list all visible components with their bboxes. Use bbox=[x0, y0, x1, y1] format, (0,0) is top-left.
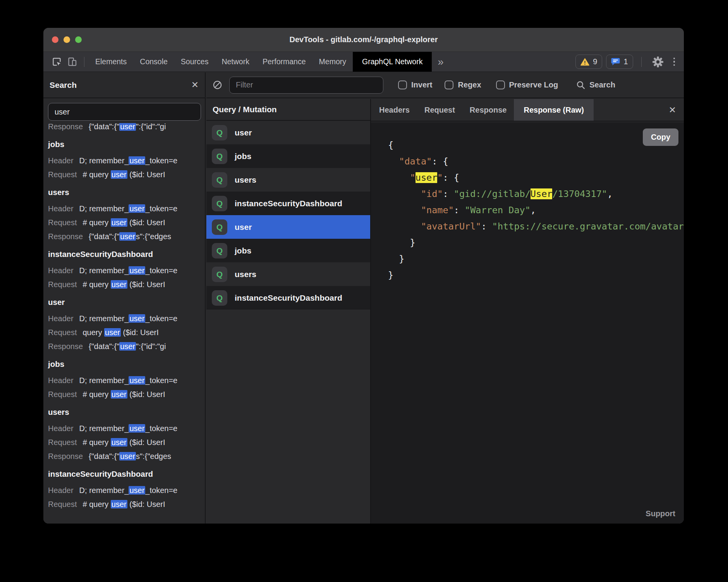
response-raw-view: Copy { "data": { "user": { "id": "gid://… bbox=[371, 122, 684, 524]
search-match-highlight-yellow: User bbox=[531, 188, 553, 199]
search-result-group-title: jobs bbox=[48, 357, 205, 371]
search-result-line[interactable]: Request# query user ($id: UserI bbox=[48, 497, 205, 511]
tab-memory[interactable]: Memory bbox=[312, 52, 353, 72]
search-match-highlight: user bbox=[129, 314, 145, 323]
query-type-badge: Q bbox=[212, 125, 227, 140]
search-result-line[interactable]: HeaderD; remember_user_token=e bbox=[48, 373, 205, 387]
search-match-highlight: user bbox=[129, 156, 145, 165]
search-result-line[interactable]: Response{"data":{"user":{"id":"gi bbox=[48, 339, 205, 353]
detail-panel-close-icon[interactable]: ✕ bbox=[669, 99, 684, 121]
tab-graphql-network[interactable]: GraphQL Network bbox=[353, 52, 432, 72]
search-result-text: ($id: UserI bbox=[127, 280, 165, 289]
support-link[interactable]: Support bbox=[646, 509, 675, 518]
search-result-text: _token=e bbox=[145, 424, 177, 433]
search-result-field-label: Request bbox=[48, 328, 77, 337]
minimize-window-button[interactable] bbox=[64, 36, 70, 43]
tab-response-raw[interactable]: Response (Raw) bbox=[514, 99, 594, 121]
invert-label: Invert bbox=[411, 80, 432, 89]
tab-sources[interactable]: Sources bbox=[174, 52, 215, 72]
message-bubble-icon bbox=[611, 58, 620, 66]
fullscreen-window-button[interactable] bbox=[75, 36, 82, 43]
query-list-item[interactable]: Quser bbox=[206, 121, 370, 144]
search-result-line[interactable]: Request# query user ($id: UserI bbox=[48, 216, 205, 229]
json-line: "user": { bbox=[388, 169, 684, 186]
toolbar-separator bbox=[84, 57, 84, 67]
search-result-text: # query bbox=[83, 170, 111, 179]
query-list-item[interactable]: QinstanceSecurityDashboard bbox=[206, 286, 370, 310]
search-result-line[interactable]: Request# query user ($id: UserI bbox=[48, 168, 205, 181]
clear-log-icon[interactable] bbox=[212, 80, 223, 90]
tab-request[interactable]: Request bbox=[417, 99, 462, 121]
search-result-text: _token=e bbox=[145, 486, 177, 495]
query-list-item[interactable]: QinstanceSecurityDashboard bbox=[206, 192, 370, 215]
warnings-badge[interactable]: 9 bbox=[575, 55, 602, 69]
query-list-item[interactable]: Qusers bbox=[206, 262, 370, 286]
query-name: users bbox=[235, 175, 256, 185]
preserve-log-checkbox[interactable] bbox=[496, 80, 505, 89]
query-list-item[interactable]: Quser bbox=[206, 215, 370, 239]
search-result-group-title: users bbox=[48, 185, 205, 199]
search-result-line[interactable]: HeaderD; remember_user_token=e bbox=[48, 421, 205, 435]
close-window-button[interactable] bbox=[52, 36, 58, 43]
search-result-line[interactable]: Request# query user ($id: UserI bbox=[48, 277, 205, 291]
json-token: /13704317" bbox=[552, 188, 607, 199]
search-result-field-label: Header bbox=[48, 266, 74, 275]
query-type-badge: Q bbox=[212, 267, 227, 282]
filter-input[interactable] bbox=[229, 77, 383, 94]
query-list-item[interactable]: Qjobs bbox=[206, 239, 370, 262]
search-result-line[interactable]: Response{"data":{"users":{"edges bbox=[48, 229, 205, 243]
query-type-badge: Q bbox=[212, 243, 227, 258]
tab-performance[interactable]: Performance bbox=[256, 52, 312, 72]
search-match-highlight: user bbox=[129, 376, 145, 385]
search-match-highlight: user bbox=[129, 486, 145, 495]
search-match-highlight: user bbox=[119, 123, 136, 131]
search-result-line[interactable]: HeaderD; remember_user_token=e bbox=[48, 312, 205, 325]
kebab-menu-icon[interactable] bbox=[670, 58, 679, 66]
search-result-text: D; remember_ bbox=[79, 424, 129, 433]
json-line: "avatarUrl": "https://secure.gravatar.co… bbox=[388, 218, 684, 235]
tab-console[interactable]: Console bbox=[133, 52, 174, 72]
search-result-field-label: Request bbox=[48, 438, 77, 447]
search-result-line[interactable]: Requestquery user ($id: UserI bbox=[48, 325, 205, 339]
regex-checkbox[interactable] bbox=[445, 80, 453, 89]
search-panel-title: Search bbox=[50, 80, 77, 90]
search-result-text: query bbox=[83, 328, 105, 337]
query-list: QuserQjobsQusersQinstanceSecurityDashboa… bbox=[206, 121, 370, 310]
query-list-item[interactable]: Qusers bbox=[206, 168, 370, 192]
search-result-group-title: user bbox=[48, 295, 205, 309]
search-result-line[interactable]: HeaderD; remember_user_token=e bbox=[48, 483, 205, 497]
json-line: "id": "gid://gitlab/User/13704317", bbox=[388, 186, 684, 202]
device-toolbar-icon[interactable] bbox=[64, 54, 80, 70]
json-token: , bbox=[607, 188, 613, 199]
query-list-item[interactable]: Qjobs bbox=[206, 144, 370, 168]
search-panel-close-icon[interactable]: ✕ bbox=[191, 80, 199, 90]
search-result-text: ($id: UserI bbox=[127, 500, 165, 508]
more-tabs-button[interactable]: » bbox=[432, 52, 449, 72]
search-result-line[interactable]: HeaderD; remember_user_token=e bbox=[48, 154, 205, 168]
tab-response[interactable]: Response bbox=[462, 99, 514, 121]
search-result-line[interactable]: HeaderD; remember_user_token=e bbox=[48, 264, 205, 277]
tab-network[interactable]: Network bbox=[215, 52, 256, 72]
inspect-element-icon[interactable] bbox=[49, 54, 64, 70]
search-result-line[interactable]: Request# query user ($id: UserI bbox=[48, 387, 205, 401]
tab-headers[interactable]: Headers bbox=[372, 99, 417, 121]
search-result-text: {"data":{" bbox=[89, 342, 119, 351]
copy-button[interactable]: Copy bbox=[643, 128, 678, 146]
devtools-main: Search ✕ Response{"data":{"user":{"id":"… bbox=[43, 72, 684, 524]
search-match-highlight: user bbox=[111, 438, 127, 447]
search-result-line[interactable]: Response{"data":{"user":{"id":"gi bbox=[48, 123, 205, 134]
search-result-line[interactable]: Response{"data":{"users":{"edges bbox=[48, 449, 205, 463]
search-input[interactable] bbox=[48, 103, 201, 121]
search-result-line[interactable]: HeaderD; remember_user_token=e bbox=[48, 202, 205, 216]
invert-checkbox[interactable] bbox=[398, 80, 407, 89]
json-token bbox=[388, 156, 399, 167]
json-token: : bbox=[454, 205, 465, 216]
search-toggle[interactable]: Search bbox=[576, 80, 615, 90]
settings-gear-icon[interactable] bbox=[650, 56, 666, 68]
search-match-highlight: user bbox=[111, 170, 127, 179]
search-result-line[interactable]: Request# query user ($id: UserI bbox=[48, 435, 205, 449]
query-name: jobs bbox=[235, 152, 251, 161]
tab-elements[interactable]: Elements bbox=[89, 52, 133, 72]
search-result-group: usersHeaderD; remember_user_token=eReque… bbox=[48, 405, 205, 463]
issues-badge[interactable]: 1 bbox=[606, 55, 633, 69]
